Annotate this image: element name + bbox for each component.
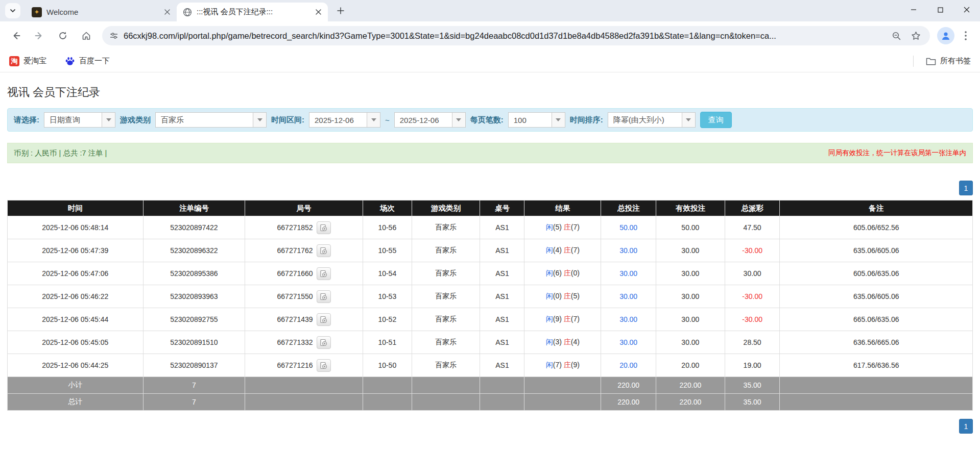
minimize-button[interactable] [900, 0, 927, 19]
dropdown-arrow-icon [552, 113, 565, 127]
total-bet-link[interactable]: 30.00 [619, 246, 637, 255]
sum-count-cell: 7 [143, 394, 245, 411]
table-no-cell: AS1 [480, 354, 524, 377]
forward-button[interactable] [29, 25, 50, 46]
page-size-select[interactable]: 100 [508, 112, 565, 128]
total-row: 总计7220.00220.0035.00 [8, 394, 973, 411]
banker-score: (7) [571, 315, 580, 323]
bet-record-row: 2025-12-06 05:45:05523020891510667271332… [8, 331, 973, 354]
address-bar[interactable]: 66cxkj98.com/ipl/portal.php/game/betreco… [102, 26, 930, 45]
banker-score: (9) [571, 361, 580, 369]
total-bet-link[interactable]: 30.00 [619, 269, 637, 278]
video-replay-button[interactable] [317, 359, 331, 372]
round-cell: 667271439 [245, 308, 363, 331]
player-result: 闲 [546, 292, 553, 300]
browser-menu-button[interactable] [957, 27, 975, 45]
tab-close-icon[interactable] [313, 7, 324, 18]
video-replay-button[interactable] [317, 290, 331, 303]
total-bet-link[interactable]: 30.00 [619, 315, 637, 323]
profile-avatar[interactable] [937, 27, 954, 44]
player-score: (7) [553, 361, 562, 369]
sum-valid-bet-cell: 220.00 [656, 394, 725, 411]
zoom-button[interactable] [889, 29, 903, 43]
note-cell: 605.06/652.56 [780, 216, 973, 239]
banker-score: (7) [571, 246, 580, 254]
url-text[interactable]: 66cxkj98.com/ipl/portal.php/game/betreco… [124, 31, 884, 41]
session-cell: 10-50 [363, 354, 412, 377]
date-to-select[interactable]: 2025-12-06 [394, 112, 466, 128]
bet-record-row: 2025-12-06 05:46:22523020893963667271550… [8, 285, 973, 308]
maximize-button[interactable] [927, 0, 953, 19]
query-type-select[interactable]: 日期查询 [44, 112, 115, 128]
total-bet-link[interactable]: 20.00 [619, 361, 637, 369]
bookmark-star-button[interactable] [909, 29, 923, 43]
total-bet-link[interactable]: 30.00 [619, 338, 637, 346]
search-button[interactable]: 查询 [700, 112, 732, 128]
reload-button[interactable] [52, 25, 74, 46]
bet-id-cell: 523020891510 [143, 331, 245, 354]
bet-time-cell: 2025-12-06 05:46:22 [8, 285, 144, 308]
pagination-top: 1 [7, 181, 973, 195]
result-cell: 闲(3) 庄(4) [524, 331, 601, 354]
session-cell: 10-52 [363, 308, 412, 331]
empty-cell [245, 377, 363, 394]
sort-select[interactable]: 降幂(由大到小) [608, 112, 696, 128]
browser-toolbar: 66cxkj98.com/ipl/portal.php/game/betreco… [0, 21, 980, 50]
tab-betrecord[interactable]: :::视讯 会员下注纪录::: [177, 3, 328, 21]
bet-record-row: 2025-12-06 05:47:39523020896322667271762… [8, 239, 973, 262]
video-icon [320, 224, 327, 232]
back-button[interactable] [5, 25, 27, 46]
game-type-cell: 百家乐 [412, 239, 480, 262]
bookmark-label: 百度一下 [79, 56, 110, 66]
bookmark-baidu[interactable]: 百度一下 [65, 56, 110, 66]
new-tab-button[interactable] [333, 3, 348, 18]
bet-id-cell: 523020893963 [143, 285, 245, 308]
bet-time-cell: 2025-12-06 05:45:44 [8, 308, 144, 331]
round-wrap: 667271762 [277, 244, 331, 257]
video-replay-button[interactable] [317, 267, 331, 280]
round-wrap: 667271852 [277, 221, 331, 234]
home-icon [81, 31, 91, 41]
bet-record-row: 2025-12-06 05:44:25523020890137667271216… [8, 354, 973, 377]
site-info-icon[interactable] [109, 31, 118, 40]
video-replay-button[interactable] [317, 313, 331, 326]
video-replay-button[interactable] [317, 336, 331, 349]
bet-id-cell: 523020892755 [143, 308, 245, 331]
all-bookmarks-button[interactable]: 所有书签 [926, 56, 971, 66]
round-number: 667271762 [277, 246, 313, 255]
summary-note: 同局有效投注，统一计算在该局第一张注单内 [828, 148, 966, 158]
video-icon [320, 316, 327, 323]
page-1-button[interactable]: 1 [959, 181, 973, 195]
tab-title: :::视讯 会员下注纪录::: [197, 7, 308, 17]
bookmark-taobao[interactable]: 淘 爱淘宝 [9, 56, 46, 66]
total-bet-cell: 30.00 [601, 308, 656, 331]
valid-bet-cell: 30.00 [656, 285, 725, 308]
table-header-row: 时间注单编号局号场次游戏类别桌号结果总投注有效投注总派彩备注 [8, 200, 973, 216]
tab-close-icon[interactable] [161, 7, 173, 18]
sum-valid-bet-cell: 220.00 [656, 377, 725, 394]
minimize-icon [911, 7, 917, 13]
bet-records-table: 时间注单编号局号场次游戏类别桌号结果总投注有效投注总派彩备注 2025-12-0… [7, 200, 973, 411]
game-type-select[interactable]: 百家乐 [155, 112, 267, 128]
page-size-label: 每页笔数: [470, 115, 504, 125]
player-score: (3) [553, 338, 562, 346]
empty-cell [363, 394, 412, 411]
window-controls [900, 0, 980, 19]
player-score: (4) [553, 246, 562, 254]
page-1-button[interactable]: 1 [959, 419, 973, 434]
bet-id-cell: 523020895386 [143, 262, 245, 285]
player-result: 闲 [546, 223, 553, 231]
three-dots-icon [965, 31, 967, 40]
close-window-button[interactable] [953, 0, 980, 19]
video-replay-button[interactable] [317, 244, 331, 257]
table-no-cell: AS1 [480, 285, 524, 308]
video-replay-button[interactable] [317, 221, 331, 234]
total-bet-link[interactable]: 30.00 [619, 292, 637, 300]
home-button[interactable] [76, 25, 97, 46]
tab-welcome[interactable]: ✦ Welcome [26, 3, 177, 21]
date-from-select[interactable]: 2025-12-06 [309, 112, 380, 128]
player-result: 闲 [546, 269, 553, 277]
round-cell: 667271762 [245, 239, 363, 262]
tab-search-button[interactable] [5, 3, 20, 18]
total-bet-link[interactable]: 50.00 [619, 223, 637, 232]
